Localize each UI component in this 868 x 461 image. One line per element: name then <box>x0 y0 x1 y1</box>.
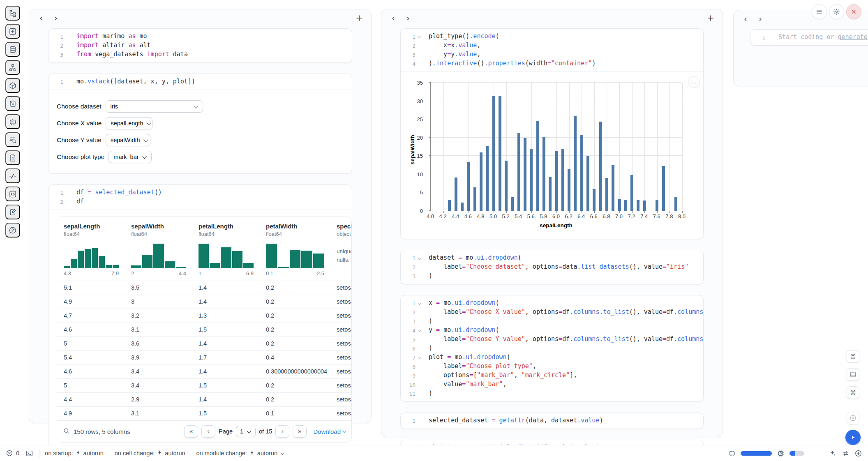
code-line: 9 options=["mark_bar", "mark_circle"], <box>401 371 703 380</box>
terminal-button[interactable] <box>23 448 35 459</box>
sync-arrows-icon[interactable] <box>842 449 850 457</box>
download-button[interactable]: Download <box>313 428 346 435</box>
table-header-row: sepalLengthfloat644.37.9sepalWidthfloat6… <box>57 217 351 281</box>
imports-code-editor[interactable]: 1import marimo as mo2import altair as al… <box>48 29 352 62</box>
settings-gear-button[interactable] <box>829 4 844 19</box>
package-icon[interactable] <box>5 78 20 93</box>
cell-xy-plot-dropdowns[interactable]: 1x = mo.ui.dropdown(2 label="Choose X va… <box>400 295 704 402</box>
autorun-config-on-cell-change[interactable]: on cell change:autorun <box>109 449 191 458</box>
code-text: ) <box>423 344 703 353</box>
cell-selected-dataset[interactable]: 1selected_dataset = getattr(data, datase… <box>400 413 704 429</box>
x-tick-label: 7.0 <box>615 213 623 219</box>
altair-bar-chart[interactable]: 4.04.24.44.64.85.05.25.45.65.86.06.26.46… <box>409 79 697 232</box>
table-row[interactable]: 53.41.50.2setosa <box>57 378 351 392</box>
activity-icon[interactable] <box>5 168 20 183</box>
function-square-icon[interactable] <box>5 24 20 39</box>
first-page-button[interactable]: « <box>184 425 198 438</box>
network-icon[interactable] <box>5 60 20 75</box>
column-name: sepalLength <box>64 223 125 230</box>
keyboard-shortcuts-button[interactable]: ⌘ <box>847 386 859 399</box>
stop-kernel-button[interactable] <box>847 412 859 424</box>
shutdown-button[interactable] <box>846 4 861 19</box>
choose-y-value-select[interactable]: sepalWidth <box>106 134 150 146</box>
table-row[interactable]: 4.73.21.30.2setosa <box>57 309 351 323</box>
choose-dataset-select[interactable]: iris <box>106 100 203 113</box>
save-icon[interactable] <box>847 350 859 363</box>
previous-page-button[interactable]: ‹ <box>201 425 215 438</box>
column-scroll-left-button[interactable]: ‹ <box>740 14 751 24</box>
cell-dataframe[interactable]: 1df = selected_dataset()2df sepalLengthf… <box>48 184 352 450</box>
cell-vstack[interactable]: 1mo.vstack([dataset, x, y, plot]) Choose… <box>48 74 352 174</box>
selected-dataset-code-editor[interactable]: 1selected_dataset = getattr(data, datase… <box>401 413 703 429</box>
cell-dataset-dropdown[interactable]: 1dataset = mo.ui.dropdown(2 label="Choos… <box>400 250 704 284</box>
cell-plot-encode[interactable]: 1plot_type().encode(2 x=x.value,3 y=y.va… <box>400 28 704 239</box>
column-scroll-right-button[interactable]: › <box>403 13 413 23</box>
chart-actions-button[interactable]: … <box>688 76 700 88</box>
table-row[interactable]: 5.43.91.70.4setosa <box>57 350 351 364</box>
add-column-button[interactable]: + <box>705 13 716 23</box>
scroll-text-icon[interactable] <box>5 96 20 111</box>
code-line: 1x = mo.ui.dropdown( <box>401 299 703 308</box>
scratch-code-editor[interactable]: 1Start coding or generate with AI <box>750 30 868 45</box>
search-icon[interactable] <box>63 427 70 436</box>
selected-value: sepalWidth <box>111 137 140 143</box>
square-code-icon[interactable] <box>5 187 20 201</box>
table-row[interactable]: 4.931.40.2setosa <box>57 295 351 309</box>
column-header-petalWidth[interactable]: petalWidthfloat640.12.5 <box>259 217 330 281</box>
chart-bar <box>499 96 501 211</box>
last-page-button[interactable]: » <box>293 425 307 438</box>
column-scroll-left-button[interactable]: ‹ <box>36 13 46 23</box>
next-page-button[interactable]: › <box>275 425 289 438</box>
xy-plot-dropdowns-code-editor[interactable]: 1x = mo.ui.dropdown(2 label="Choose X va… <box>401 295 703 401</box>
table-cell: 1.5 <box>192 379 259 392</box>
column-dtype: float64 <box>199 231 259 237</box>
download-icon[interactable] <box>854 449 862 457</box>
column-scroll-right-button[interactable]: › <box>51 13 61 23</box>
autorun-config-on-module-change[interactable]: on module change:autorun <box>191 449 290 458</box>
choose-plot-type-select[interactable]: mark_bar <box>108 151 152 163</box>
table-row[interactable]: 4.63.11.50.2setosa <box>57 323 351 337</box>
table-row[interactable]: 53.61.40.2setosa <box>57 337 351 350</box>
hist-max: 6.9 <box>246 270 254 277</box>
cell-imports[interactable]: 1import marimo as mo2import altair as al… <box>48 28 352 63</box>
column-header-sepalWidth[interactable]: sepalWidthfloat6424.4 <box>125 217 192 281</box>
column-header-petalLength[interactable]: petalLengthfloat6416.9 <box>192 217 259 281</box>
table-row[interactable]: 4.42.91.40.2setosa <box>57 392 351 406</box>
plot-code-editor[interactable]: 1plot_type().encode(2 x=x.value,3 y=y.va… <box>401 29 703 71</box>
column-scroll-right-button[interactable]: › <box>755 14 766 24</box>
line-number: 1 <box>401 254 416 263</box>
file-text-icon[interactable] <box>5 150 20 165</box>
bot-message-icon[interactable] <box>5 114 20 129</box>
error-count-indicator[interactable]: 0 <box>6 449 19 457</box>
dataset-dropdown-code-editor[interactable]: 1dataset = mo.ui.dropdown(2 label="Choos… <box>401 250 703 284</box>
table-cell: setosa <box>330 407 352 420</box>
message-question-icon[interactable] <box>5 223 20 237</box>
add-column-button[interactable]: + <box>354 13 365 23</box>
cell-empty-scratch[interactable]: 1Start coding or generate with AI <box>750 29 868 46</box>
database-icon[interactable] <box>5 42 20 57</box>
choose-x-value-select[interactable]: sepalLength <box>106 117 152 129</box>
column-header-sepalLength[interactable]: sepalLengthfloat644.37.9 <box>57 217 125 281</box>
notebook-menu-button[interactable] <box>812 4 827 19</box>
column-scroll-left-button[interactable]: ‹ <box>388 13 399 23</box>
column-histogram <box>64 244 119 268</box>
column-header-species[interactable]: speciesobjectunique:nulls: <box>330 217 352 281</box>
dataframe-code-editor[interactable]: 1df = selected_dataset()2df <box>48 185 352 210</box>
table-row[interactable]: 4.63.41.40.30000000000000004setosa <box>57 364 351 378</box>
code-text: label="Choose dataset", options=data.lis… <box>423 263 703 272</box>
autorun-config-on-startup[interactable]: on startup:autorun <box>39 449 109 458</box>
ai-sparkles-icon[interactable] <box>829 449 837 457</box>
panel-layout-icon[interactable] <box>847 368 859 381</box>
file-tree-icon[interactable] <box>5 6 20 21</box>
chart-plot-area[interactable] <box>430 83 682 211</box>
text-search-icon[interactable] <box>5 132 20 147</box>
vstack-code-editor[interactable]: 1mo.vstack([dataset, x, y, plot]) <box>48 74 352 90</box>
hist-min: 0.1 <box>266 270 273 277</box>
line-number: 7 <box>401 353 416 362</box>
page-select[interactable]: 1 <box>236 426 256 437</box>
run-all-button[interactable] <box>845 430 861 445</box>
table-row[interactable]: 4.93.11.50.1setosa <box>57 406 351 420</box>
table-row[interactable]: 5.13.51.40.2setosa <box>57 281 351 295</box>
code-line: 8 label="Choose plot type", <box>401 362 703 371</box>
notebook-pen-icon[interactable] <box>5 205 20 219</box>
